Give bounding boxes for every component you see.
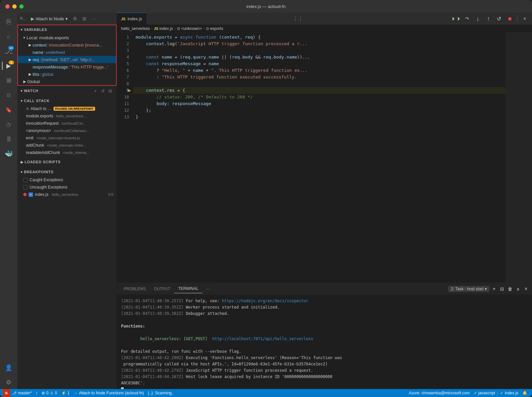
remote-indicator[interactable]: ⊗ bbox=[3, 389, 10, 397]
delete-terminal-icon[interactable]: 🗑 bbox=[507, 286, 513, 292]
more-actions-icon[interactable]: ··· bbox=[90, 15, 98, 23]
close-button[interactable] bbox=[5, 4, 10, 9]
bookmark-icon[interactable]: 🔖 bbox=[2, 103, 15, 116]
tab-index-js[interactable]: JS index.js bbox=[117, 13, 147, 25]
watch-header[interactable]: ▾ WATCH + ↺ ⊟ bbox=[18, 86, 116, 95]
bc-index-js[interactable]: JS index.js bbox=[154, 26, 173, 31]
explorer-icon[interactable]: ⎘ bbox=[2, 15, 15, 29]
close-panel-icon[interactable]: × bbox=[523, 286, 529, 292]
debug-config-label: R... bbox=[20, 16, 26, 21]
account-icon[interactable]: 👤 bbox=[2, 361, 15, 374]
warning-icon: ⚠ bbox=[50, 391, 54, 395]
maximize-button[interactable] bbox=[19, 4, 24, 9]
language-item[interactable]: ✓ javascript bbox=[472, 389, 497, 397]
refresh-watch-btn[interactable]: ↺ bbox=[99, 87, 106, 94]
split-terminal-icon[interactable]: ⊟ bbox=[499, 286, 505, 292]
req-var[interactable]: ▶ req : {method: 'GET', url: 'http://... bbox=[18, 56, 116, 63]
stop-button[interactable]: ⏹ bbox=[505, 14, 514, 23]
scope-icon: ⊙ bbox=[177, 26, 180, 31]
response-message-var[interactable]: responseMessage : 'This HTTP trigge...' bbox=[18, 63, 116, 70]
index-js-checkbox[interactable]: ✓ bbox=[29, 193, 33, 197]
filename-item[interactable]: ✓ index.js bbox=[498, 389, 520, 397]
app-window: index.js — acloud-fn ⎘ ⌕ ⎇ 13 ▶ 1 ⊞ ⊡ 🔖 … bbox=[0, 0, 532, 397]
sync-item[interactable]: ↕ bbox=[34, 389, 40, 397]
warning-count: 0 bbox=[55, 391, 57, 395]
source-control-icon[interactable]: ⎇ 13 bbox=[2, 45, 15, 58]
loaded-scripts-header[interactable]: ▶ LOADED SCRIPTS bbox=[18, 158, 116, 166]
caught-exceptions-checkbox[interactable] bbox=[23, 178, 28, 182]
term-line-1: [2021-01-04T11:40:39.257Z] For help, see… bbox=[121, 298, 528, 304]
caught-exceptions-bp[interactable]: Caught Exceptions bbox=[18, 176, 116, 184]
global-scope-label: Global bbox=[27, 79, 40, 84]
debug-count-item[interactable]: ⚡ 1 bbox=[59, 389, 72, 397]
step-out-button[interactable]: ↑ bbox=[484, 14, 493, 23]
close-debug-toolbar-icon[interactable]: × bbox=[520, 14, 529, 23]
database-icon[interactable]: 🗄 bbox=[2, 132, 15, 146]
collapse-watch-btn[interactable]: ⊟ bbox=[107, 87, 113, 94]
chevron-down-icon: ▾ bbox=[21, 170, 23, 174]
breakpoints-header[interactable]: ▾ BREAKPOINTS bbox=[18, 168, 116, 176]
errors-item[interactable]: ⊗ 0 ⚠ 0 bbox=[40, 389, 59, 397]
uncaught-exceptions-checkbox[interactable] bbox=[23, 185, 28, 190]
cs-invocation-request[interactable]: invocationRequest /usr/local/Cel... bbox=[18, 120, 116, 127]
context-var[interactable]: ▶ context : InvocationContext {invoca... bbox=[18, 41, 116, 49]
terminal-more-icon[interactable]: ··· bbox=[202, 285, 214, 293]
js-icon: JS bbox=[121, 17, 125, 21]
step-over-button[interactable]: ↷ bbox=[463, 14, 472, 23]
run-debug-icon[interactable]: ▶ 1 bbox=[2, 59, 15, 72]
index-js-bp[interactable]: ✓ index.js hello_serverless 9:5 bbox=[18, 191, 116, 198]
global-scope-item[interactable]: ▶ Global bbox=[18, 78, 116, 85]
continue-button[interactable]: ⏵⏵ bbox=[452, 14, 461, 23]
output-tab[interactable]: OUTPUT bbox=[150, 285, 174, 293]
git-branch-item[interactable]: ⎇ master* bbox=[10, 389, 34, 397]
timeline-icon[interactable]: ◷ bbox=[2, 118, 15, 131]
cs-emit[interactable]: emit <node_internals>/events.js bbox=[18, 134, 116, 142]
tab-more-icon[interactable]: ⋮⋮ bbox=[290, 16, 306, 22]
remote-icon[interactable]: ⊡ bbox=[2, 88, 15, 102]
step-into-button[interactable]: ↓ bbox=[473, 14, 482, 23]
search-icon[interactable]: ⌕ bbox=[2, 30, 15, 43]
settings-icon[interactable]: ⚙ bbox=[2, 376, 15, 389]
attach-label-item[interactable]: → Attach to Node Functions (acloud-fn) bbox=[71, 389, 146, 397]
sync-icon: ↕ bbox=[36, 391, 38, 395]
docker-icon[interactable]: 🐳 bbox=[2, 147, 15, 160]
bc-exports[interactable]: ⊙ exports bbox=[206, 26, 223, 31]
cs-readable-add-chunk[interactable]: readableAddChunk <node_interna... bbox=[18, 149, 116, 156]
restart-button[interactable]: ↺ bbox=[494, 14, 504, 23]
terminal-dropdown[interactable]: 2: Task - host start ▾ bbox=[448, 286, 489, 292]
main-area: JS index.js ⋮⋮ ⏵⏵ ↷ ↓ ↑ ↺ ⏹ × hell bbox=[117, 13, 532, 389]
azure-item[interactable]: Azure: chnwamba@microsoft.com bbox=[407, 389, 472, 397]
attach-to-node-cs-item[interactable]: ⚙ Attach to ... PAUSED ON BREAKPOINT bbox=[18, 105, 116, 112]
cs-anonymous[interactable]: <anonymous> /usr/local/Cellar/azu... bbox=[18, 127, 116, 134]
call-stack-header[interactable]: ▾ CALL STACK bbox=[18, 96, 116, 105]
new-terminal-icon[interactable]: ⊞ bbox=[80, 15, 88, 23]
scanning-item[interactable]: {..}: Scanning.. bbox=[146, 389, 176, 397]
term-executing: [2021-01-04T11:40:42.200Z] Executing 'Fu… bbox=[121, 355, 528, 361]
extensions-icon[interactable]: ⊞ bbox=[2, 74, 15, 87]
terminal-tab[interactable]: TERMINAL bbox=[174, 284, 202, 293]
debug-config-button[interactable]: ▶ Attach to Node ▾ bbox=[29, 16, 70, 22]
uncaught-exceptions-bp[interactable]: Uncaught Exceptions bbox=[18, 184, 116, 191]
minimize-button[interactable] bbox=[12, 4, 17, 9]
terminal-content[interactable]: [2021-01-04T11:40:39.257Z] For help, see… bbox=[117, 295, 532, 389]
cs-module-exports[interactable]: module.exports hello_serverless/... bbox=[18, 112, 116, 120]
name-var[interactable]: name : undefined bbox=[18, 49, 116, 56]
code-line-5: const responseMessage = name bbox=[133, 61, 505, 67]
term-functions-label: Functions: bbox=[121, 323, 528, 329]
panel-up-icon[interactable]: ∧ bbox=[515, 286, 521, 292]
local-scope-item[interactable]: ▾ Local: module.exports bbox=[18, 34, 116, 41]
problems-tab[interactable]: PROBLEMS bbox=[120, 285, 150, 293]
bc-hello-serverless[interactable]: hello_serverless bbox=[121, 26, 150, 31]
new-terminal-icon[interactable]: + bbox=[491, 286, 497, 292]
code-content[interactable]: module.exports = async function (context… bbox=[133, 33, 505, 283]
cs-add-chunk[interactable]: addChunk <node_internals>/inter... bbox=[18, 142, 116, 149]
notifications-icon[interactable]: 🔔 bbox=[520, 389, 529, 397]
git-branch-icon: ⎇ bbox=[12, 391, 17, 395]
bc-unknown[interactable]: ⊙ <unknown> bbox=[177, 26, 202, 31]
this-var[interactable]: ▶ this : global bbox=[18, 70, 116, 78]
gear-icon[interactable]: ⚙ bbox=[71, 15, 79, 23]
debug-count-label: 1 bbox=[67, 391, 70, 395]
variables-header[interactable]: ▾ VARIABLES bbox=[18, 25, 116, 34]
debug-icon: ⚡ bbox=[61, 391, 66, 395]
add-watch-btn[interactable]: + bbox=[92, 87, 99, 94]
